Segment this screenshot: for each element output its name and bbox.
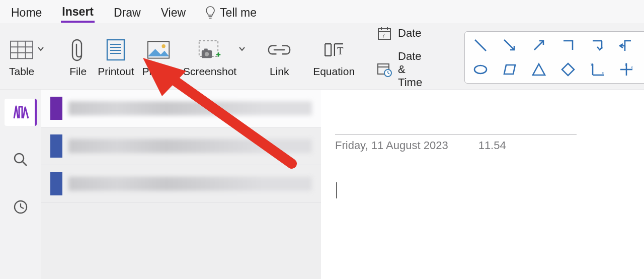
picture-icon (147, 38, 170, 61)
recent-rail-button[interactable] (5, 193, 37, 221)
calendar-clock-icon (377, 62, 392, 77)
redacted-text (68, 177, 312, 191)
datetime-label: Date & Time (398, 50, 422, 89)
printout-label: Printout (98, 65, 134, 78)
svg-text:x: x (602, 71, 604, 75)
equation-icon: T (323, 38, 346, 61)
svg-point-51 (15, 154, 24, 163)
tabs-bar: Home Insert Draw View Tell me (0, 0, 644, 23)
redacted-text (68, 101, 312, 115)
chevron-down-icon[interactable] (238, 46, 246, 51)
shape-diamond[interactable] (559, 61, 577, 78)
svg-text:7: 7 (382, 33, 385, 39)
tell-me[interactable]: Tell me (205, 6, 257, 20)
svg-text:y: y (625, 62, 627, 66)
shape-axes-xy[interactable]: yx (589, 61, 606, 78)
equation-label: Equation (313, 65, 355, 78)
section-color-swatch (50, 172, 62, 195)
redacted-text (68, 139, 312, 153)
shape-triangle[interactable] (530, 61, 547, 78)
shapes-gallery: yx xy yxz (464, 31, 644, 84)
table-icon (10, 38, 33, 61)
list-item[interactable] (41, 127, 321, 165)
page-date: Friday, 11 August 2023 (335, 139, 448, 152)
date-label: Date (398, 27, 421, 40)
text-cursor (336, 182, 337, 198)
svg-line-30 (504, 40, 514, 50)
picture-button[interactable]: Picture (142, 37, 175, 78)
shape-arrow-down[interactable] (589, 37, 606, 54)
svg-point-11 (162, 44, 166, 47)
printout-button[interactable]: Printout (98, 37, 134, 78)
screenshot-icon (198, 38, 221, 61)
search-rail-button[interactable] (5, 146, 37, 173)
lightbulb-icon (205, 6, 216, 20)
shape-corner-ne[interactable] (559, 37, 577, 54)
left-rail (0, 90, 41, 279)
shape-axes-cross[interactable]: xy (618, 61, 635, 78)
note-canvas[interactable]: Friday, 11 August 2023 11.54 (321, 90, 644, 279)
svg-rect-0 (11, 41, 33, 58)
svg-text:x: x (631, 65, 633, 69)
shape-parallelogram[interactable] (501, 61, 518, 78)
shape-arrow-se[interactable] (501, 37, 518, 54)
tell-me-label: Tell me (220, 6, 257, 20)
tab-insert[interactable]: Insert (61, 3, 95, 23)
list-item[interactable] (41, 90, 321, 127)
table-button[interactable]: Table (9, 37, 34, 78)
svg-point-36 (474, 65, 487, 74)
date-button[interactable]: 7 Date (377, 26, 422, 41)
screenshot-label: Screenshot (183, 65, 236, 78)
page-time: 11.54 (478, 139, 506, 152)
svg-point-14 (205, 52, 209, 56)
svg-text:y: y (591, 62, 593, 66)
link-label: Link (270, 65, 289, 78)
printout-icon (104, 38, 127, 61)
table-label: Table (9, 65, 34, 78)
tab-draw[interactable]: Draw (113, 4, 142, 22)
picture-label: Picture (142, 65, 175, 78)
link-icon (268, 38, 291, 61)
notebooks-rail-button[interactable] (5, 99, 37, 126)
shape-elbow-arrow[interactable] (618, 37, 635, 54)
svg-line-31 (534, 41, 543, 50)
shape-arrow-ne[interactable] (530, 37, 547, 54)
link-button[interactable]: Link (268, 37, 291, 78)
tab-home[interactable]: Home (10, 4, 43, 22)
chevron-down-icon[interactable] (37, 46, 44, 51)
paperclip-icon (66, 38, 90, 61)
shape-ellipse[interactable] (472, 61, 489, 78)
list-item[interactable] (41, 165, 321, 203)
page-list (41, 90, 321, 279)
page-title-input[interactable] (335, 106, 577, 135)
shape-line[interactable] (472, 37, 489, 54)
svg-rect-15 (204, 48, 208, 50)
tab-view[interactable]: View (160, 4, 187, 22)
section-color-swatch (50, 97, 62, 120)
search-icon (13, 152, 28, 167)
books-icon (12, 104, 29, 120)
svg-line-29 (475, 40, 486, 51)
svg-line-52 (23, 162, 27, 166)
svg-line-55 (21, 207, 24, 208)
datetime-button[interactable]: Date & Time (377, 50, 422, 89)
ribbon-insert: Table File Printout Picture (0, 23, 644, 90)
clock-icon (13, 199, 28, 215)
file-label: File (69, 65, 87, 78)
calendar-date-icon: 7 (377, 26, 392, 41)
section-color-swatch (50, 134, 62, 158)
svg-text:T: T (337, 45, 344, 56)
file-button[interactable]: File (66, 37, 90, 78)
screenshot-button[interactable]: Screenshot (183, 37, 236, 78)
equation-button[interactable]: T Equation (313, 37, 355, 78)
